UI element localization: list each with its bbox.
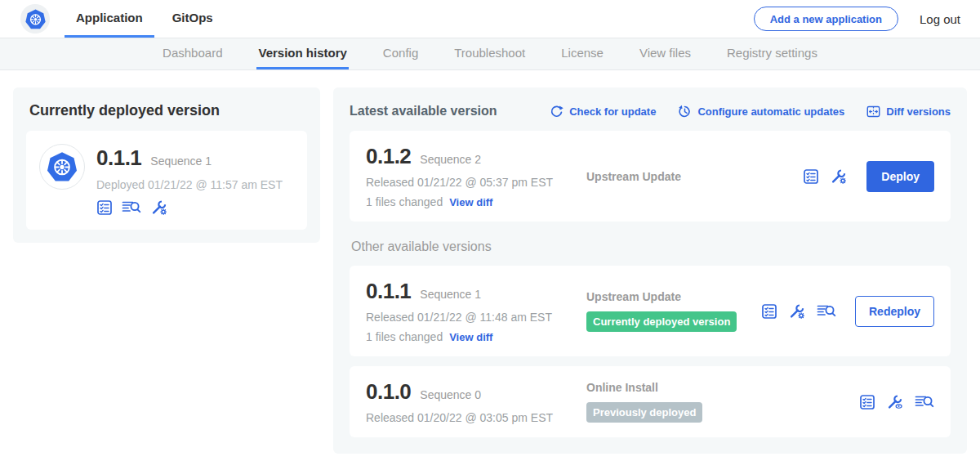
logout-button[interactable]: Log out (920, 12, 960, 26)
add-application-button[interactable]: Add a new application (754, 7, 898, 31)
version-card-0-1-0: 0.1.0 Sequence 0 Released 01/20/22 @ 03:… (350, 366, 951, 437)
available-versions-panel: Latest available version Check for updat… (333, 87, 967, 454)
deploy-logs-icon[interactable] (122, 199, 141, 216)
released-timestamp: Released 01/21/22 @ 11:48 am EST (366, 311, 570, 324)
refresh-icon (550, 105, 564, 119)
edit-config-icon[interactable] (150, 199, 168, 217)
main-content: Currently deployed version 0.1.1 Sequenc… (0, 70, 980, 454)
files-changed-label: 1 files changed (366, 330, 443, 343)
app-logo (39, 144, 85, 190)
deployed-panel-title: Currently deployed version (29, 102, 304, 119)
other-versions-title: Other available versions (351, 239, 949, 254)
edit-config-icon[interactable] (788, 302, 806, 320)
source-label: Upstream Update (586, 290, 761, 303)
tab-config[interactable]: Config (381, 38, 420, 69)
deploy-logs-icon[interactable] (915, 394, 934, 410)
deployed-sequence-label: Sequence 1 (150, 154, 212, 168)
release-notes-icon[interactable] (803, 168, 819, 185)
check-for-update-label: Check for update (569, 105, 656, 118)
available-panel-actions: Check for update Configure automatic upd… (550, 105, 951, 119)
app-section-tabs: Dashboard Version history Config Trouble… (0, 38, 980, 70)
configure-automatic-updates-link[interactable]: Configure automatic updates (678, 105, 844, 119)
view-config-icon[interactable] (886, 393, 904, 411)
tab-troubleshoot[interactable]: Troubleshoot (452, 38, 527, 69)
available-panel-title: Latest available version (350, 104, 497, 119)
redeploy-button[interactable]: Redeploy (855, 296, 934, 327)
version-number: 0.1.2 (366, 144, 411, 169)
sequence-label: Sequence 2 (420, 153, 481, 166)
tab-registry-settings[interactable]: Registry settings (725, 38, 819, 69)
version-details: 0.1.1 Sequence 1 Released 01/21/22 @ 11:… (366, 279, 570, 343)
top-nav-right: Add a new application Log out (754, 7, 960, 31)
app-type-tabs: Application GitOps (65, 0, 231, 38)
deploy-button[interactable]: Deploy (866, 161, 934, 192)
deployed-version-info: 0.1.1 Sequence 1 Deployed 01/21/22 @ 11:… (96, 144, 283, 217)
diff-icon (866, 105, 880, 119)
currently-deployed-panel: Currently deployed version 0.1.1 Sequenc… (13, 87, 320, 243)
kubernetes-wheel-icon (46, 150, 78, 183)
version-card-0-1-1: 0.1.1 Sequence 1 Released 01/21/22 @ 11:… (350, 266, 951, 356)
top-nav: Application GitOps Add a new application… (0, 0, 980, 38)
configure-automatic-updates-label: Configure automatic updates (697, 105, 844, 118)
deployed-version-number: 0.1.1 (96, 145, 141, 171)
deployed-version-card: 0.1.1 Sequence 1 Deployed 01/21/22 @ 11:… (26, 131, 307, 230)
deploy-logs-icon[interactable] (817, 303, 836, 320)
version-number: 0.1.0 (366, 379, 411, 405)
version-details: 0.1.0 Sequence 0 Released 01/20/22 @ 03:… (366, 379, 570, 424)
released-timestamp: Released 01/20/22 @ 03:05 pm EST (366, 411, 570, 424)
version-source: Upstream Update (570, 170, 803, 183)
tab-license[interactable]: License (559, 38, 605, 69)
files-changed-label: 1 files changed (366, 195, 443, 208)
currently-deployed-badge: Currently deployed version (586, 311, 737, 332)
version-details: 0.1.2 Sequence 2 Released 01/21/22 @ 05:… (366, 144, 570, 208)
version-number: 0.1.1 (366, 279, 411, 304)
tab-gitops[interactable]: GitOps (161, 0, 225, 38)
diff-versions-label: Diff versions (886, 105, 951, 118)
clock-refresh-icon (678, 105, 692, 119)
deployed-timestamp: Deployed 01/21/22 @ 11:57 am EST (96, 178, 283, 191)
version-actions: Deploy (803, 161, 934, 192)
available-panel-header: Latest available version Check for updat… (350, 104, 951, 119)
release-notes-icon[interactable] (859, 394, 875, 410)
release-notes-icon[interactable] (761, 303, 777, 320)
version-actions (859, 393, 934, 411)
kubernetes-wheel-icon (24, 8, 47, 30)
tab-application[interactable]: Application (65, 0, 154, 38)
view-diff-link[interactable]: View diff (449, 331, 492, 343)
check-for-update-link[interactable]: Check for update (550, 105, 656, 119)
tab-view-files[interactable]: View files (638, 38, 693, 69)
tab-version-history[interactable]: Version history (256, 38, 348, 69)
release-notes-icon[interactable] (96, 199, 113, 216)
released-timestamp: Released 01/21/22 @ 05:37 pm EST (366, 176, 570, 189)
sequence-label: Sequence 1 (420, 288, 481, 301)
previously-deployed-badge: Previously deployed (586, 402, 702, 423)
diff-versions-link[interactable]: Diff versions (866, 105, 951, 119)
tab-dashboard[interactable]: Dashboard (161, 38, 224, 69)
source-label: Online Install (586, 381, 859, 394)
version-card-0-1-2: 0.1.2 Sequence 2 Released 01/21/22 @ 05:… (350, 131, 951, 222)
edit-config-icon[interactable] (830, 168, 848, 186)
sequence-label: Sequence 0 (420, 388, 481, 401)
view-diff-link[interactable]: View diff (449, 196, 492, 208)
kubernetes-logo (20, 4, 50, 34)
source-label: Upstream Update (586, 170, 803, 183)
version-actions: Redeploy (761, 296, 934, 327)
version-source: Online Install Previously deployed (570, 381, 859, 423)
version-source: Upstream Update Currently deployed versi… (570, 290, 761, 332)
deployed-version-actions (96, 199, 283, 217)
